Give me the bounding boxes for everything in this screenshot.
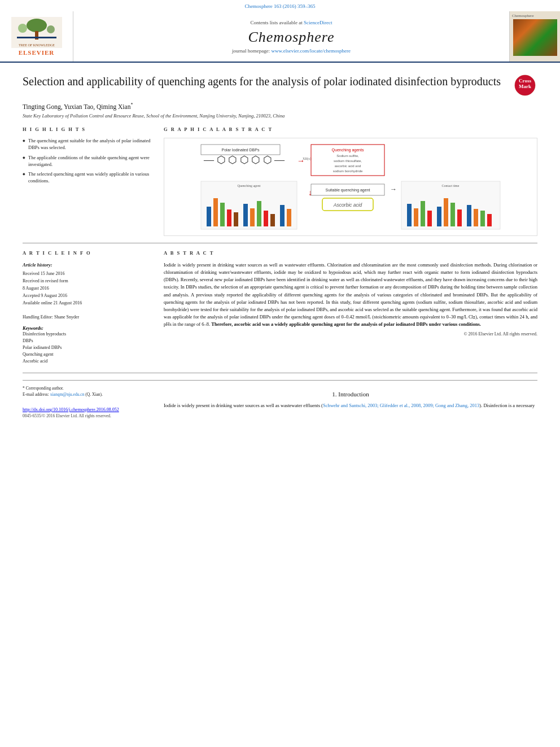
article-content: Selection and applicability of quenching…: [0, 63, 560, 424]
article-info-abstract-section: A R T I C L E I N F O Article history: R…: [23, 250, 537, 365]
svg-rect-28: [243, 204, 248, 226]
svg-text:Sodium sulfite,: Sodium sulfite,: [336, 154, 359, 158]
sciencedirect-link[interactable]: ScienceDirect: [304, 20, 332, 25]
handling-editor: Handling Editor: Shane Snyder: [23, 314, 152, 321]
svg-rect-50: [474, 209, 478, 226]
svg-rect-48: [457, 209, 462, 226]
article-info-label: A R T I C L E I N F O: [23, 250, 152, 257]
doi-line: http://dx.doi.org/10.1016/j.chemosphere.…: [23, 407, 152, 412]
introduction-section: 1. Introduction Iodide is widely present…: [152, 385, 537, 409]
keyword-2: DBPs: [23, 338, 152, 344]
intro-section: 1. Introduction Iodide is widely present…: [164, 391, 537, 409]
copyright-line: © 2016 Elsevier Ltd. All rights reserved…: [164, 331, 537, 337]
elsevier-logo-section: TREE OF KNOWLEDGE ELSEVIER: [0, 11, 73, 62]
corresponding-author: * Corresponding author.: [23, 385, 152, 391]
svg-rect-34: [287, 209, 291, 226]
article-title-section: Selection and applicability of quenching…: [23, 74, 537, 97]
doi-link[interactable]: http://dx.doi.org/10.1016/j.chemosphere.…: [23, 407, 119, 412]
authors: Tingting Gong, Yuxian Tao, Qiming Xian*: [23, 102, 537, 110]
ref-schwehr[interactable]: Schwehr and Santschi, 2003; Glifedder et…: [323, 403, 479, 408]
svg-text:Contact time: Contact time: [442, 184, 460, 187]
svg-point-4: [18, 24, 27, 33]
svg-text:→: →: [390, 185, 397, 193]
svg-text:sodium borohydride: sodium borohydride: [333, 169, 363, 173]
article-history-block: Article history: Received 15 June 2016 R…: [23, 261, 152, 321]
svg-rect-31: [264, 211, 268, 226]
svg-text:Ascorbic acid: Ascorbic acid: [333, 202, 362, 208]
issn-line: 0045-6535/© 2016 Elsevier Ltd. All right…: [23, 413, 152, 418]
svg-text:— ⬡ ⬡ ⬡ ⬡ ⬡ —: — ⬡ ⬡ ⬡ ⬡ ⬡ —: [203, 154, 285, 165]
revised-date: 8 August 2016: [23, 285, 152, 292]
svg-rect-26: [227, 209, 231, 226]
svg-rect-24: [213, 198, 218, 226]
elsevier-text: ELSEVIER: [19, 49, 55, 56]
svg-text:TREE OF KNOWLEDGE: TREE OF KNOWLEDGE: [19, 43, 55, 47]
thumb-label: Chemosphere: [512, 14, 534, 18]
graphical-abstract-img: Polar Iodinated DBPs — ⬡ ⬡ ⬡ ⬡ ⬡ — → XIl…: [164, 138, 537, 236]
article-info-column: A R T I C L E I N F O Article history: R…: [23, 250, 152, 365]
svg-rect-46: [444, 198, 448, 226]
svg-rect-32: [270, 214, 275, 226]
section-divider-2: [23, 373, 537, 373]
footnote-section: * Corresponding author. E-mail address: …: [23, 380, 537, 419]
accepted-date: Accepted 9 August 2016: [23, 292, 152, 299]
crossmark: Cross Mark: [512, 74, 537, 97]
thumb-image: [513, 19, 557, 56]
svg-point-5: [47, 25, 55, 33]
svg-rect-47: [450, 203, 455, 226]
keywords-title: Keywords:: [23, 325, 152, 331]
svg-text:XIl(x): XIl(x): [303, 157, 311, 161]
svg-rect-42: [414, 208, 418, 226]
section-divider-1: [23, 243, 537, 243]
svg-rect-30: [257, 201, 261, 226]
available-date: Available online 21 August 2016: [23, 300, 152, 307]
intro-text: Iodide is widely present in drinking wat…: [164, 402, 537, 409]
keyword-4: Quenching agent: [23, 351, 152, 358]
highlight-item-2: The applicable conditions of the suitabl…: [23, 155, 152, 168]
svg-text:ascorbic acid and: ascorbic acid and: [335, 164, 361, 168]
svg-text:Suitable quenching agent: Suitable quenching agent: [325, 188, 370, 193]
svg-text:Quenching agent: Quenching agent: [238, 184, 261, 187]
journal-homepage: journal homepage: www.elsevier.com/locat…: [232, 48, 351, 54]
keywords-block: Keywords: Disinfection byproducts DBPs P…: [23, 325, 152, 365]
svg-rect-25: [220, 203, 225, 226]
graphical-abstract-section: G R A P H I C A L A B S T R A C T Polar …: [164, 126, 537, 236]
svg-text:Polar Iodinated DBPs: Polar Iodinated DBPs: [222, 148, 260, 152]
received-date: Received 15 June 2016: [23, 270, 152, 277]
highlight-item-1: The quenching agent suitable for the ana…: [23, 138, 152, 151]
footnote-left: * Corresponding author. E-mail address: …: [23, 385, 152, 419]
abstract-text: Iodide is widely present in drinking wat…: [164, 261, 537, 329]
svg-rect-43: [421, 201, 425, 226]
revised-label: Received in revised form: [23, 278, 152, 285]
journal-name: Chemosphere: [248, 29, 334, 46]
svg-rect-27: [234, 212, 238, 226]
highlights-list: The quenching agent suitable for the ana…: [23, 138, 152, 185]
journal-url[interactable]: www.elsevier.com/locate/chemosphere: [272, 48, 351, 54]
graphical-abstract-label: G R A P H I C A L A B S T R A C T: [164, 126, 537, 133]
highlights-section: H I G H L I G H T S The quenching agent …: [23, 126, 152, 236]
svg-rect-41: [407, 204, 412, 226]
svg-text:Quenching agents: Quenching agents: [332, 148, 364, 152]
history-title: Article history:: [23, 261, 152, 269]
journal-header: TREE OF KNOWLEDGE ELSEVIER Contents list…: [0, 11, 560, 63]
svg-rect-51: [480, 211, 485, 226]
highlights-label: H I G H L I G H T S: [23, 126, 152, 133]
svg-rect-23: [207, 207, 211, 226]
svg-rect-49: [467, 205, 471, 226]
journal-thumbnail: Chemosphere: [509, 11, 560, 62]
svg-rect-44: [427, 211, 432, 226]
affiliation: State Key Laboratory of Pollution Contro…: [23, 113, 537, 119]
author-star: *: [130, 102, 133, 107]
svg-rect-29: [250, 208, 255, 226]
commonly-text: commonly: [418, 262, 438, 268]
sciencedirect-line: Contents lists available at ScienceDirec…: [251, 20, 333, 25]
highlights-graphical-section: H I G H L I G H T S The quenching agent …: [23, 126, 537, 236]
svg-rect-45: [437, 207, 441, 226]
svg-rect-33: [280, 205, 285, 226]
keyword-1: Disinfection byproducts: [23, 331, 152, 338]
email-line: E-mail address: xianqm@nju.edu.cn (Q. Xi…: [23, 391, 152, 397]
abstract-label: A B S T R A C T: [164, 250, 537, 257]
article-title: Selection and applicability of quenching…: [23, 74, 504, 89]
svg-text:Cross: Cross: [519, 78, 531, 84]
email-link[interactable]: xianqm@nju.edu.cn: [50, 392, 85, 397]
